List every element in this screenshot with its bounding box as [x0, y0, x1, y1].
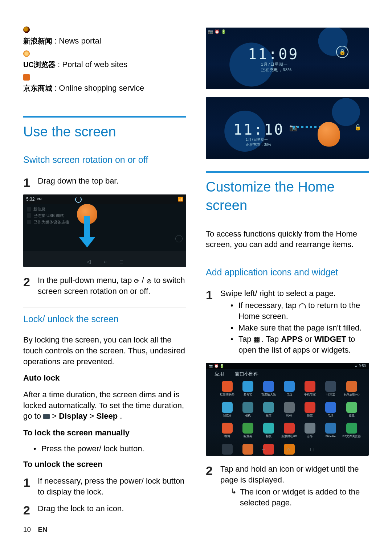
- sina-news-icon: [23, 26, 30, 33]
- step-number: 2: [206, 464, 220, 510]
- unlock-step1: If necessary, press the power/ lock butt…: [38, 476, 186, 497]
- app-icon: [222, 381, 233, 392]
- step-number: 1: [23, 176, 38, 189]
- fig-notification-rows: 新信息 已连接 USB 调试 已作为媒体设备连接: [27, 205, 69, 226]
- app-icon: [305, 423, 315, 434]
- app-drawer-item: 手机管家: [301, 381, 319, 397]
- app-drawer-item: 图库: [260, 402, 277, 418]
- unlock-date: 1月7日星期一: [246, 137, 271, 142]
- add-step2-result: The icon or widget is added to the selec…: [240, 487, 369, 508]
- hand-pointer-icon: [318, 122, 340, 147]
- app-drawer-item: ES文件浏览器: [342, 423, 361, 439]
- app-icon: [346, 381, 357, 392]
- page-lang: EN: [38, 526, 47, 533]
- customize-intro: To access functions quickly from the Hom…: [206, 229, 369, 250]
- lock-target-icon: 🔒: [354, 123, 362, 131]
- page-number: 10: [23, 526, 31, 533]
- apps-tab: 应用: [215, 371, 224, 377]
- app-drawer-item: 易乐思听HD: [342, 381, 361, 397]
- settings-icon: [43, 414, 50, 419]
- lock-intro: By locking the screen, you can lock all …: [23, 335, 186, 367]
- figure-drag-topbar: 5:32 PM 📶 新信息 已连接 USB 调试 已作为媒体设备连接 ◁ ○ □: [23, 194, 186, 267]
- app-icon: [242, 423, 253, 434]
- rotation-step2: In the pull-down menu, tap ⟳ / ⊘ to swit…: [38, 275, 186, 296]
- lockscreen-time: 11:09: [248, 44, 299, 64]
- app-label: 百度输入法: [261, 393, 276, 397]
- app-label: SlideMe: [325, 435, 336, 439]
- app-drawer-item: 爱奇艺: [239, 381, 257, 397]
- figure-apps-drawer: 📷 ⏰ 🔋 ▲ 9:50 应用 窗口小部件 红新闻头条爱奇艺百度输入法日历手机管…: [206, 363, 369, 456]
- auto-lock-heading: Auto lock: [23, 373, 60, 382]
- app-label: 红新闻头条: [220, 393, 234, 397]
- manual-lock-bullet: Press the power/ lock button.: [41, 443, 144, 454]
- lockscreen-date: 1月7日星期一: [261, 62, 292, 67]
- app-label: 相机: [245, 414, 251, 418]
- uc-browser-desc: Portal of web sites: [62, 60, 127, 69]
- app-label: 图库: [266, 414, 271, 418]
- alarm-status-icon: ⏰: [215, 29, 220, 34]
- back-softkey-icon: ◁: [87, 258, 91, 266]
- add-step2: Tap and hold an icon or widget until the…: [220, 464, 359, 484]
- app-label: 手机管家: [304, 393, 316, 397]
- home-softkey-icon: ⌂: [287, 446, 290, 454]
- app-icon: [263, 423, 274, 434]
- app-drawer-item: 浏览器: [218, 402, 236, 418]
- figure-unlockscreen: 11:10 1月7日星期一 正在充电，38% 📷 🔒: [206, 97, 369, 159]
- rotation-step1: Drag down the top bar.: [38, 176, 186, 189]
- drag-down-arrow-icon: [78, 216, 97, 249]
- step-number: 1: [206, 288, 220, 357]
- battery-status-icon: 🔋: [221, 29, 226, 34]
- app-icon: [305, 381, 315, 392]
- jd-shop-icon: [23, 74, 30, 81]
- heading-use-screen: Use the screen: [23, 120, 186, 145]
- app-label: 设置: [307, 414, 313, 418]
- app-icon: [346, 402, 357, 413]
- app-drawer-item: 设置: [301, 402, 319, 418]
- app-label: 计算器: [326, 393, 335, 397]
- heading-rotation: Switch screen rotation on or off: [23, 152, 186, 169]
- app-label: 微博: [224, 435, 230, 439]
- app-icon: [263, 381, 274, 392]
- app-drawer-item: 搜狐: [342, 402, 361, 418]
- signal-icon: 📶: [178, 196, 183, 202]
- app-drawer-item: 相机: [239, 402, 257, 418]
- app-drawer-item: 音乐: [301, 423, 319, 439]
- app-icon: [325, 381, 336, 392]
- app-label: 相机: [266, 435, 271, 439]
- heading-add-icons: Add application icons and widget: [206, 261, 369, 282]
- app-icon: [284, 423, 295, 434]
- app-icon: [263, 402, 274, 413]
- uc-browser-icon: [23, 50, 30, 57]
- home-icon: [299, 303, 306, 308]
- app-label: 豌豆荚: [244, 435, 252, 439]
- figure-lockscreen: 📷⏰🔋 11:09 1月7日星期一 正在充电，38% 🔒: [206, 28, 369, 89]
- app-label: 易乐思听HD: [344, 393, 360, 397]
- step-number: 2: [23, 275, 38, 296]
- uc-browser-cn: UC浏览器: [23, 61, 56, 69]
- app-drawer-item: 电话: [322, 402, 339, 418]
- app-label: ES文件浏览器: [342, 435, 361, 439]
- app-drawer-item: 时钟: [280, 402, 298, 418]
- app-drawer-item: 微博: [218, 423, 236, 439]
- add-step1: Swipe left/ right to select a page.: [220, 289, 336, 298]
- app-label: 时钟: [286, 414, 292, 418]
- lock-icon: 🔒: [336, 46, 348, 58]
- sina-news-desc: News portal: [59, 36, 101, 45]
- fig-status-time: 5:32: [26, 196, 34, 202]
- jd-shop-desc: Online shopping service: [59, 83, 144, 93]
- step-number: 2: [23, 503, 38, 516]
- apps-drawer-icon: [254, 337, 260, 342]
- app-label: 音乐: [307, 435, 313, 439]
- sina-news-cn: 新浪新闻: [23, 37, 52, 45]
- app-drawer-item: 日历: [280, 381, 298, 397]
- app-drawer-item: 相机: [260, 423, 277, 439]
- app-label: 新浪财经HD: [281, 435, 297, 439]
- step-number: 1: [23, 476, 38, 497]
- unlock-step2: Drag the lock to an icon.: [38, 503, 186, 516]
- unlock-time: 11:10: [233, 120, 284, 139]
- app-label: 爱奇艺: [244, 393, 252, 397]
- app-icon: [325, 423, 336, 434]
- heading-customize-home: Customize the Home screen: [206, 176, 369, 219]
- app-icon: [325, 402, 336, 413]
- app-icon: [284, 402, 295, 413]
